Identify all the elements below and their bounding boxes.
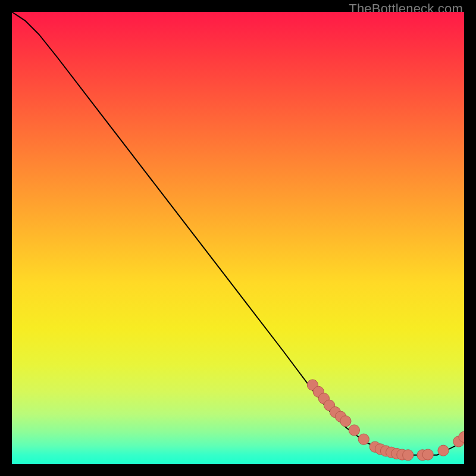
data-marker — [403, 450, 414, 461]
data-marker — [438, 445, 449, 456]
plot-area — [12, 12, 464, 464]
data-marker — [340, 416, 351, 427]
data-curve — [12, 12, 464, 455]
chart-stage: TheBottleneck.com — [0, 0, 476, 476]
chart-overlay — [12, 12, 464, 464]
data-markers — [307, 380, 464, 461]
data-marker — [358, 434, 369, 444]
data-marker — [349, 425, 359, 436]
data-marker — [422, 449, 433, 460]
